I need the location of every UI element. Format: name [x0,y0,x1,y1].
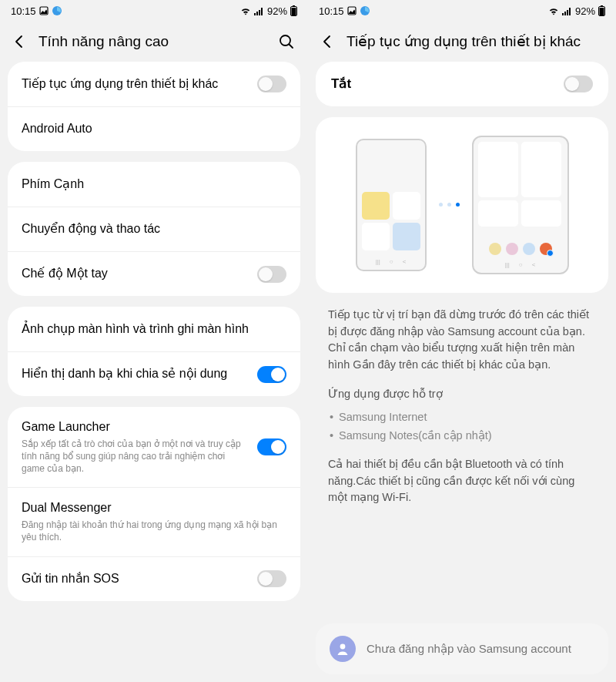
page-title: Tính năng nâng cao [38,32,266,51]
row-sos[interactable]: Gửi tin nhắn SOS [8,556,300,601]
back-button[interactable] [319,33,336,50]
row-title: Chế độ Một tay [22,266,249,282]
description: Tiếp tục từ vị trí bạn đã dừng trước đó … [316,307,608,506]
search-button[interactable] [277,32,296,51]
status-battery: 92% [267,5,287,17]
row-title: Ảnh chụp màn hình và trình ghi màn hình [22,321,279,338]
row-dual-messenger[interactable]: Dual Messenger Đăng nhập tài khoản thứ h… [8,487,300,556]
row-motions[interactable]: Chuyển động và thao tác [8,207,300,251]
svg-rect-5 [261,8,263,15]
svg-rect-13 [562,13,564,15]
wifi-icon [240,7,251,15]
desc-paragraph: Cả hai thiết bị đều cần bật Bluetooth và… [328,456,596,506]
row-title: Android Auto [22,121,279,137]
supported-apps-title: Ứng dụng được hỗ trợ [328,386,596,403]
status-battery: 92% [575,5,595,17]
illustration-tablet-icon: |||○< [472,136,569,274]
svg-rect-4 [259,10,260,15]
signal-icon [254,7,264,15]
row-contacts-share[interactable]: Hiển thị danh bạ khi chia sẻ nội dung [8,351,300,396]
pic-icon [347,6,357,15]
svg-rect-8 [292,8,296,15]
svg-rect-14 [564,12,566,15]
svg-rect-2 [254,13,256,15]
toggle-one-hand[interactable] [257,266,286,283]
row-title: Chuyển động và thao tác [22,221,279,237]
illustration: |||○< |||○< [316,117,608,293]
row-subtitle: Sắp xếp tất cả trò chơi của bạn ở một nơ… [22,438,249,475]
transfer-dots-icon [439,203,460,207]
row-side-key[interactable]: Phím Cạnh [8,162,300,207]
wifi-icon [548,7,559,15]
browser-icon [52,5,62,16]
pic-icon [39,6,49,15]
svg-rect-15 [567,10,568,15]
status-time: 10:15 [11,5,36,17]
svg-line-10 [290,45,293,49]
back-button[interactable] [11,33,28,50]
battery-icon [290,5,297,16]
illustration-phone-icon: |||○< [356,139,427,271]
row-one-hand[interactable]: Chế độ Một tay [8,251,300,296]
supported-app: Samsung Notes(cần cập nhật) [339,426,596,445]
signin-banner[interactable]: Chưa đăng nhập vào Samsung account [316,623,608,674]
row-title: Gửi tin nhắn SOS [22,571,249,587]
title-bar: Tiếp tục ứng dụng trên thiết bị khác [308,22,616,62]
row-continue-apps[interactable]: Tiếp tục ứng dụng trên thiết bị khác [8,62,300,106]
row-screenshots[interactable]: Ảnh chụp màn hình và trình ghi màn hình [8,307,300,351]
battery-icon [598,5,605,16]
toggle-contacts-share[interactable] [257,366,286,383]
svg-rect-16 [569,8,571,15]
signin-text: Chưa đăng nhập vào Samsung account [367,641,571,657]
row-title: Phím Cạnh [22,176,279,193]
master-toggle-row[interactable]: Tắt [316,62,608,106]
svg-rect-19 [600,8,604,15]
screen-continue-apps: 10:15 92% Tiếp tục ứng dụng trên thiết b… [308,0,616,682]
settings-list: Tiếp tục ứng dụng trên thiết bị khác And… [0,62,308,682]
status-time: 10:15 [319,5,344,17]
desc-paragraph: Tiếp tục từ vị trí bạn đã dừng trước đó … [328,307,596,374]
status-bar: 10:15 92% [308,0,616,22]
screen-advanced-features: 10:15 92% Tính năng nâng cao Tiếp tục ứn… [0,0,308,682]
toggle-sos[interactable] [257,570,286,587]
title-bar: Tính năng nâng cao [0,22,308,62]
row-game-launcher[interactable]: Game Launcher Sắp xếp tất cả trò chơi củ… [8,407,300,487]
master-toggle[interactable] [564,76,593,92]
row-title: Tiếp tục ứng dụng trên thiết bị khác [22,76,249,92]
row-title: Hiển thị danh bạ khi chia sẻ nội dung [22,366,249,382]
row-subtitle: Đăng nhập tài khoản thứ hai trong ứng dụ… [22,519,279,543]
account-icon [330,636,356,662]
status-bar: 10:15 92% [0,0,308,22]
row-android-auto[interactable]: Android Auto [8,106,300,151]
toggle-game-launcher[interactable] [257,438,286,455]
toggle-continue-apps[interactable] [257,76,286,92]
supported-app: Samsung Internet [339,408,596,427]
row-title: Dual Messenger [22,500,279,516]
page-title: Tiếp tục ứng dụng trên thiết bị khác [346,32,604,51]
svg-rect-3 [256,12,258,15]
svg-point-20 [340,644,346,650]
browser-icon [360,5,370,16]
signal-icon [562,7,572,15]
row-title: Game Launcher [22,419,249,435]
master-toggle-label: Tắt [331,76,351,92]
detail-content: Tắt |||○< [308,62,616,623]
